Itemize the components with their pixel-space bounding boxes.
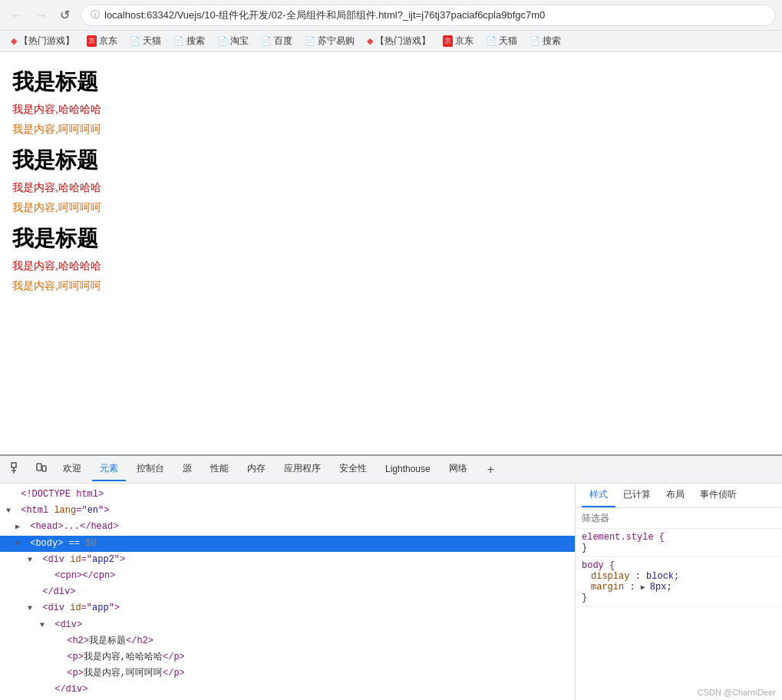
bookmark-search-2[interactable]: 📄 搜索 bbox=[525, 33, 566, 49]
bookmark-jd-label-2: 京东 bbox=[455, 35, 473, 48]
bookmark-hotgames-1[interactable]: ◆ 【热门游戏】 bbox=[6, 33, 79, 49]
bookmark-taobao[interactable]: 📄 淘宝 bbox=[213, 33, 253, 49]
bookmark-tmall[interactable]: 📄 天猫 bbox=[125, 33, 166, 49]
bookmark-hotgames-2[interactable]: ◆ 【热门游戏】 bbox=[362, 33, 435, 49]
address-bar[interactable]: ⓘ localhost:63342/Vuejs/10-组件化开发/02-全局组件… bbox=[81, 5, 776, 26]
content-3b: 我是内容,呵呵呵呵 bbox=[12, 279, 770, 293]
bookmark-jd-1[interactable]: 京 京东 bbox=[82, 33, 122, 49]
url-text: localhost:63342/Vuejs/10-组件化开发/02-全局组件和局… bbox=[104, 8, 545, 22]
content-3a: 我是内容,哈哈哈哈 bbox=[12, 259, 770, 273]
forward-button[interactable]: → bbox=[31, 7, 52, 24]
bookmark-baidu-icon: 📄 bbox=[261, 36, 272, 46]
bookmark-baidu-label: 百度 bbox=[274, 35, 292, 48]
heading-2: 我是标题 bbox=[12, 146, 770, 175]
bookmark-page-icon-4: 📄 bbox=[530, 36, 540, 46]
heading-3: 我是标题 bbox=[12, 224, 770, 253]
info-icon: ⓘ bbox=[91, 8, 100, 21]
content-2a: 我是内容,哈哈哈哈 bbox=[12, 181, 770, 195]
bookmark-jd-label-1: 京东 bbox=[99, 35, 117, 48]
bookmark-search-label-2: 搜索 bbox=[543, 35, 561, 48]
bookmark-jd-2[interactable]: 京 京东 bbox=[438, 33, 478, 49]
bookmark-label-1: 【热门游戏】 bbox=[19, 35, 74, 48]
bookmark-page-icon-3: 📄 bbox=[486, 36, 497, 46]
reload-button[interactable]: ↺ bbox=[55, 6, 74, 24]
heading-1: 我是标题 bbox=[12, 68, 770, 97]
nav-buttons: ← → ↺ bbox=[6, 6, 74, 24]
bookmark-tmall-label-2: 天猫 bbox=[499, 35, 517, 48]
bookmark-baidu[interactable]: 📄 百度 bbox=[256, 33, 297, 49]
bookmark-page-icon-2: 📄 bbox=[173, 36, 184, 46]
content-1a: 我是内容,哈哈哈哈 bbox=[12, 103, 770, 117]
bookmark-suning-label: 苏宁易购 bbox=[318, 35, 355, 48]
bookmark-page-icon-1: 📄 bbox=[130, 36, 140, 46]
browser-chrome: ← → ↺ ⓘ localhost:63342/Vuejs/10-组件化开发/0… bbox=[0, 0, 782, 31]
bookmark-label-2: 【热门游戏】 bbox=[375, 35, 431, 48]
content-2b: 我是内容,呵呵呵呵 bbox=[12, 201, 770, 215]
back-button[interactable]: ← bbox=[6, 7, 28, 24]
bookmark-taobao-label: 淘宝 bbox=[230, 35, 249, 48]
bookmark-suning[interactable]: 📄 苏宁易购 bbox=[300, 33, 359, 49]
bookmark-tmall-2[interactable]: 📄 天猫 bbox=[481, 33, 522, 49]
main-content: 我是标题 我是内容,哈哈哈哈 我是内容,呵呵呵呵 我是标题 我是内容,哈哈哈哈 … bbox=[0, 52, 782, 454]
bookmark-game-icon-1: ◆ bbox=[11, 36, 17, 46]
content-1b: 我是内容,呵呵呵呵 bbox=[12, 123, 770, 137]
bookmark-jd-icon-2: 京 bbox=[443, 35, 453, 47]
bookmarks-bar: ◆ 【热门游戏】 京 京东 📄 天猫 📄 搜索 📄 淘宝 📄 百度 📄 苏宁易购… bbox=[0, 31, 782, 52]
bookmark-taobao-icon: 📄 bbox=[217, 36, 228, 46]
bookmark-tmall-label: 天猫 bbox=[143, 35, 161, 48]
bookmark-game-icon-2: ◆ bbox=[367, 36, 373, 46]
bookmark-jd-icon-1: 京 bbox=[87, 35, 97, 47]
bookmark-search-label-1: 搜索 bbox=[186, 35, 205, 48]
bookmark-suning-icon: 📄 bbox=[305, 36, 315, 46]
bookmark-search-1[interactable]: 📄 搜索 bbox=[169, 33, 210, 49]
